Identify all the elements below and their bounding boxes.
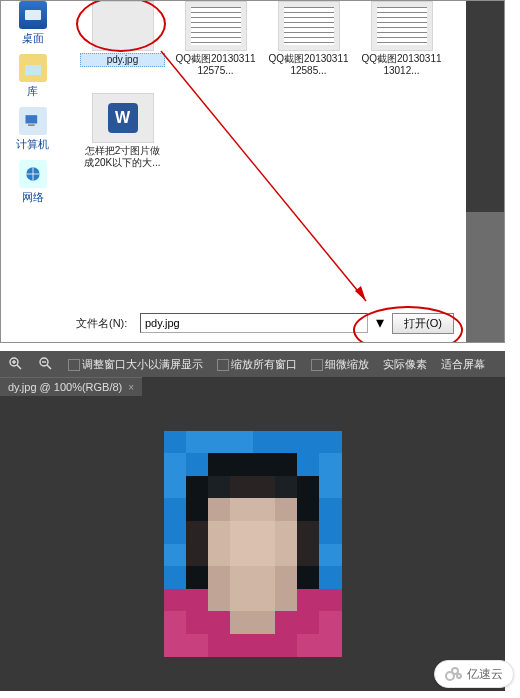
svg-line-10 <box>47 365 51 369</box>
file-item-pdy[interactable]: pdy.jpg <box>80 1 165 77</box>
option-resize-window[interactable]: 调整窗口大小以满屏显示 <box>68 357 203 372</box>
watermark-logo: 亿速云 <box>434 660 514 688</box>
brand-text: 亿速云 <box>467 666 503 683</box>
ps-options-bar: 调整窗口大小以满屏显示 缩放所有窗口 细微缩放 实际像素 适合屏幕 <box>0 351 505 377</box>
place-network[interactable]: 网络 <box>5 160 60 205</box>
tab-title: dy.jpg @ 100%(RGB/8) <box>8 381 122 393</box>
file-grid: pdy.jpg QQ截图2013031112575... QQ截图2013031… <box>76 1 459 196</box>
place-library[interactable]: 库 <box>5 54 60 99</box>
filename-bar: 文件名(N): ▾ 打开(O) <box>76 309 454 337</box>
file-name: QQ截图2013031112585... <box>266 53 351 77</box>
file-name: pdy.jpg <box>80 53 165 67</box>
open-button[interactable]: 打开(O) <box>392 313 454 334</box>
place-label: 桌面 <box>5 31 60 46</box>
desktop-icon <box>19 1 47 29</box>
place-desktop[interactable]: 桌面 <box>5 1 60 46</box>
file-thumbnail <box>185 1 247 51</box>
svg-rect-1 <box>28 124 35 126</box>
file-item-qq3[interactable]: QQ截图2013031113012... <box>359 1 444 77</box>
photoshop-window: 调整窗口大小以满屏显示 缩放所有窗口 细微缩放 实际像素 适合屏幕 dy.jpg… <box>0 351 505 691</box>
place-label: 网络 <box>5 190 60 205</box>
place-label: 计算机 <box>5 137 60 152</box>
file-item-qq2[interactable]: QQ截图2013031112585... <box>266 1 351 77</box>
dropdown-icon[interactable]: ▾ <box>376 313 384 333</box>
places-sidebar: 桌面 库 计算机 网络 <box>5 1 60 213</box>
file-name: QQ截图2013031112575... <box>173 53 258 77</box>
checkbox-icon <box>311 359 323 371</box>
filename-label: 文件名(N): <box>76 316 132 331</box>
svg-marker-4 <box>355 286 366 301</box>
network-icon <box>19 160 47 188</box>
file-item-doc[interactable]: W 怎样把2寸图片做成20K以下的大... <box>80 93 165 169</box>
document-tab[interactable]: dy.jpg @ 100%(RGB/8) × <box>0 377 142 396</box>
actual-pixels-button[interactable]: 实际像素 <box>383 357 427 372</box>
place-label: 库 <box>5 84 60 99</box>
file-open-dialog: 桌面 库 计算机 网络 pdy.jpg QQ截图2013031112575... <box>0 0 505 343</box>
option-scrubby-zoom[interactable]: 细微缩放 <box>311 357 369 372</box>
fit-screen-button[interactable]: 适合屏幕 <box>441 357 485 372</box>
svg-rect-0 <box>25 115 37 123</box>
word-icon: W <box>92 93 154 143</box>
canvas-area[interactable] <box>0 396 505 691</box>
file-item-qq1[interactable]: QQ截图2013031112575... <box>173 1 258 77</box>
library-icon <box>19 54 47 82</box>
checkbox-icon <box>68 359 80 371</box>
option-zoom-all[interactable]: 缩放所有窗口 <box>217 357 297 372</box>
file-thumbnail <box>92 1 154 51</box>
file-name: QQ截图2013031113012... <box>359 53 444 77</box>
file-thumbnail <box>371 1 433 51</box>
checkbox-icon <box>217 359 229 371</box>
zoom-in-icon[interactable] <box>8 356 24 372</box>
place-computer[interactable]: 计算机 <box>5 107 60 152</box>
computer-icon <box>19 107 47 135</box>
image-content <box>164 431 342 657</box>
file-thumbnail <box>278 1 340 51</box>
background-strip-bottom <box>466 212 504 342</box>
zoom-out-icon[interactable] <box>38 356 54 372</box>
filename-input[interactable] <box>140 313 368 333</box>
pixelated-photo <box>164 431 342 657</box>
svg-line-6 <box>17 365 21 369</box>
cloud-icon <box>445 665 463 683</box>
close-icon[interactable]: × <box>128 382 134 393</box>
file-name: 怎样把2寸图片做成20K以下的大... <box>80 145 165 169</box>
